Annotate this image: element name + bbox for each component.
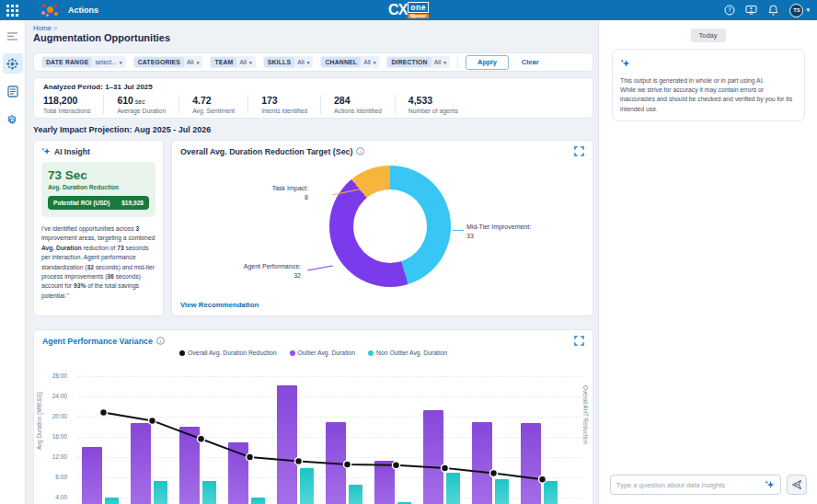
filter-label: TEAM bbox=[211, 57, 236, 67]
filter-direction[interactable]: DIRECTIONAll▾ bbox=[386, 56, 450, 68]
analyzed-period-title: Analyzed Period: 1–31 Jul 2025 bbox=[43, 83, 583, 91]
legend-label: Overall Avg. Duration Reduction bbox=[188, 349, 277, 356]
ai-insight-paragraph: I've identified opportunities across 3 i… bbox=[41, 224, 155, 301]
line-data-point bbox=[539, 475, 547, 483]
stat-intents-identified: 173Intents Identified bbox=[247, 95, 320, 114]
filter-categories[interactable]: CATEGORIESAll▾ bbox=[133, 56, 203, 68]
roi-pill: Potential ROI (USD) $19,928 bbox=[48, 196, 149, 210]
sidebar-item-settings[interactable] bbox=[3, 109, 23, 129]
legend-dot bbox=[368, 350, 374, 356]
legend-item-outlier-avg-duration[interactable]: Outlier Avg. Duration bbox=[290, 349, 356, 356]
app-launcher-icon[interactable] bbox=[6, 5, 18, 17]
apply-button[interactable]: Apply bbox=[466, 55, 509, 70]
stat-label: Number of agents bbox=[408, 108, 458, 114]
line-data-point bbox=[295, 457, 303, 464]
filter-date-range[interactable]: DATE RANGEselect...▾ bbox=[41, 56, 126, 68]
avatar[interactable]: TS bbox=[789, 4, 803, 17]
chat-input-placeholder: Type a question about data insights bbox=[616, 481, 765, 489]
sidebar-item-reports[interactable] bbox=[3, 81, 23, 101]
stat-value: 4.72 bbox=[192, 95, 235, 106]
filter-label: SKILLS bbox=[264, 57, 294, 67]
donut-connector bbox=[307, 266, 333, 271]
ai-disclaimer-card: This output is generated in whole or in … bbox=[612, 49, 805, 121]
chevron-down-icon: ▾ bbox=[197, 60, 201, 65]
expand-icon[interactable] bbox=[574, 146, 584, 156]
info-icon[interactable]: i bbox=[156, 337, 165, 345]
stat-value: 610 sec bbox=[117, 95, 166, 106]
ai-highlight-box: 73 Sec Avg. Duration Reduction Potential… bbox=[41, 162, 155, 217]
line-data-point bbox=[149, 417, 156, 424]
info-icon[interactable]: i bbox=[356, 147, 364, 155]
donut-label-task-impact: Task Impact:8 bbox=[272, 184, 308, 202]
filter-skills[interactable]: SKILLSAll▾ bbox=[263, 56, 314, 68]
donut-ring bbox=[329, 166, 451, 287]
icon-sidebar bbox=[0, 20, 26, 504]
line-data-point bbox=[198, 435, 205, 442]
analyzed-period-card: Analyzed Period: 1–31 Jul 2025 118,200To… bbox=[33, 77, 593, 119]
chevron-down-icon: ▾ bbox=[120, 60, 124, 65]
filter-value: All bbox=[184, 59, 197, 65]
help-icon[interactable]: ? bbox=[723, 5, 735, 17]
filter-value: All bbox=[236, 59, 249, 65]
filter-team[interactable]: TEAMAll▾ bbox=[210, 56, 255, 68]
y-axis-title-left: Avg Duration (MM:SS) bbox=[36, 392, 42, 450]
page-title: Augmentation Opportunities bbox=[33, 32, 170, 43]
filter-value: All bbox=[432, 59, 444, 65]
legend-dot bbox=[179, 350, 185, 356]
donut-connector bbox=[453, 230, 464, 231]
stat-total-interactions: 118,200Total Interactions bbox=[43, 95, 103, 114]
stat-label: Actions Identified bbox=[334, 108, 382, 114]
screen-share-icon[interactable] bbox=[745, 5, 757, 17]
filter-channel[interactable]: CHANNELAll▾ bbox=[320, 56, 379, 68]
notifications-bell-icon[interactable] bbox=[767, 5, 779, 17]
donut-label-text: Mid-Tier Improvement: bbox=[466, 223, 531, 232]
y-axis-tick-left: 28:00 bbox=[43, 372, 67, 379]
stat-value: 118,200 bbox=[43, 95, 90, 106]
variance-chart-title: Agent Performance Variance bbox=[42, 337, 153, 346]
legend-item-non-outlier-avg-duration[interactable]: Non Outlier Avg. Duration bbox=[368, 349, 447, 356]
legend-label: Outlier Avg. Duration bbox=[298, 349, 356, 356]
overall-reduction-line bbox=[78, 367, 582, 504]
breadcrumb-home[interactable]: Home bbox=[33, 24, 52, 32]
actions-logo-icon bbox=[40, 3, 59, 17]
line-data-point bbox=[344, 461, 351, 468]
ai-disclaimer-text: This output is generated in whole or in … bbox=[620, 76, 797, 114]
cxone-logo-cx: CX bbox=[388, 3, 407, 17]
user-menu[interactable]: TS ▾ bbox=[789, 4, 810, 17]
clear-button[interactable]: Clear bbox=[522, 58, 539, 66]
section-title: Yearly Impact Projection: Aug 2025 - Jul… bbox=[33, 125, 211, 134]
stats-row: 118,200Total Interactions610 secAverage … bbox=[43, 95, 583, 114]
y-axis-tick-left: 4:00 bbox=[43, 494, 67, 500]
donut-label-value: 32 bbox=[244, 271, 301, 281]
y-axis-tick-left: 16:00 bbox=[43, 433, 67, 440]
ai-sparkle-icon[interactable] bbox=[765, 480, 775, 490]
stat-value: 173 bbox=[261, 95, 307, 106]
filter-value: select... bbox=[92, 59, 119, 65]
ai-insight-card: AI Insight 73 Sec Avg. Duration Reductio… bbox=[33, 140, 164, 316]
legend-dot bbox=[290, 350, 295, 356]
sidebar-item-menu[interactable] bbox=[3, 26, 23, 46]
chevron-down-icon: ▾ bbox=[307, 60, 312, 65]
stat-average-duration: 610 secAverage Duration bbox=[103, 95, 178, 114]
stat-actions-identified: 284Actions Identified bbox=[320, 95, 395, 114]
today-chip: Today bbox=[690, 29, 725, 42]
ai-assistant-panel: Today This output is generated in whole … bbox=[598, 20, 817, 504]
sparkle-icon bbox=[41, 147, 51, 156]
filter-divider bbox=[457, 57, 458, 68]
view-recommendation-link[interactable]: View Recommendation bbox=[180, 301, 259, 309]
breadcrumb[interactable]: Home > bbox=[33, 24, 58, 32]
expand-icon[interactable] bbox=[574, 336, 584, 346]
sparkle-icon bbox=[620, 59, 630, 69]
line-data-point bbox=[100, 409, 108, 417]
top-bar: Actions CX one Mpower ? TS ▾ bbox=[0, 0, 817, 20]
legend-label: Non Outlier Avg. Duration bbox=[376, 349, 447, 356]
main-content: Home > Augmentation Opportunities DATE R… bbox=[26, 20, 598, 504]
stat-label: Average Duration bbox=[117, 108, 166, 114]
stat-number-of-agents: 4,533Number of agents bbox=[395, 95, 471, 114]
app-window: Actions CX one Mpower ? TS ▾ bbox=[0, 0, 817, 504]
legend-item-overall-avg-duration-reduction[interactable]: Overall Avg. Duration Reduction bbox=[179, 349, 277, 356]
sidebar-item-automation[interactable] bbox=[3, 53, 23, 74]
ai-insight-title: AI Insight bbox=[54, 147, 90, 156]
send-button[interactable] bbox=[787, 475, 807, 495]
chat-input[interactable]: Type a question about data insights bbox=[610, 475, 781, 495]
